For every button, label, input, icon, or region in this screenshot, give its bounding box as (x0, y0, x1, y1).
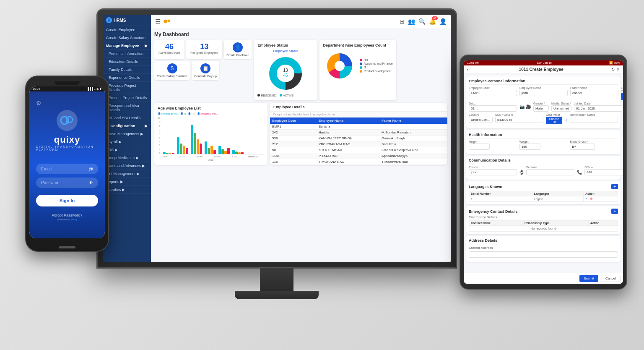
health-section: Health Information Height Weight (466, 130, 621, 154)
form-buttons: Submit Cancel (464, 273, 623, 284)
cancel-button[interactable]: Cancel (601, 275, 621, 282)
tablet-back-btn[interactable]: ‹ (467, 67, 468, 72)
sidebar-item-family[interactable]: Family Details (103, 66, 151, 74)
phone-logo-icon (57, 110, 78, 131)
phone-password-input[interactable]: Password 👁 (36, 178, 98, 188)
sidebar-item-tds[interactable]: TDS ▶ (103, 146, 151, 154)
sidebar-item-pf[interactable]: PF and ESI Details (103, 114, 151, 122)
add-language-btn[interactable]: + (611, 184, 618, 189)
emp-status-donut: 13 46 (257, 55, 314, 92)
ssn-label: SSN / Govt Id (495, 113, 543, 116)
marital-select[interactable]: Unmarried Married (551, 105, 571, 112)
id-marks-input[interactable] (570, 117, 618, 123)
joining-input[interactable] (574, 105, 622, 112)
sidebar-item-reports[interactable]: Reports ▶ (103, 178, 151, 186)
bar-it-gt25 (221, 149, 224, 154)
sidebar-item-experience[interactable]: Experience Details (103, 74, 151, 82)
sidebar-item-config[interactable]: ⚙ Configuration ▶ (103, 122, 151, 130)
phone-email-input[interactable]: Email @ (36, 164, 98, 174)
apps-icon[interactable]: ⊞ (400, 18, 405, 25)
personal-ph-input[interactable] (526, 169, 574, 175)
ssn-input[interactable] (495, 117, 543, 123)
govt-proof-upload: Choose File 📄 (546, 117, 567, 124)
blood-select[interactable]: B+A+O+ (570, 144, 595, 150)
dob-input[interactable] (469, 105, 517, 112)
sidebar-item-present-project[interactable]: Present Project Details (103, 94, 151, 102)
svg-text:46: 46 (283, 73, 288, 78)
sidebar-item-passport[interactable]: Passport and Visa Details (103, 102, 151, 114)
bar-group-0-9 (163, 152, 174, 154)
languages-title: Languages Known (469, 185, 502, 189)
user-avatar-icon[interactable]: 👤 (439, 18, 447, 25)
sidebar-item-education[interactable]: Education Details (103, 58, 151, 66)
notification-icon[interactable]: 🔔 41 (429, 18, 436, 25)
bar-product-0-9 (163, 152, 166, 154)
create-salary-card[interactable]: $ Create Salary Structure (154, 61, 190, 80)
sidebar-item-exit[interactable]: Exit Management ▶ (103, 170, 151, 178)
create-employee-card[interactable]: 👤 Create Employee (224, 40, 252, 59)
sidebar-item-activities[interactable]: Activities ▶ (103, 186, 151, 194)
tablet-close-icon[interactable]: ✕ (616, 67, 620, 72)
search-icon[interactable]: 🔍 (418, 18, 426, 25)
quixy-logo (163, 17, 172, 26)
forgot-password-link[interactable]: Forgot Password? (52, 213, 82, 217)
sidebar-item-manage-employee[interactable]: Manage Employee ▶ (103, 42, 151, 50)
address-fields (469, 251, 618, 258)
edit-lang-btn[interactable]: ✎ (585, 197, 588, 200)
bar-product-above55 (232, 150, 235, 154)
official-ph-input[interactable] (584, 169, 623, 175)
tablet-refresh-icon[interactable]: ↻ (611, 67, 615, 72)
emp-code-input[interactable] (469, 90, 517, 96)
sidebar-item-payroll[interactable]: Payroll ▶ (103, 138, 151, 146)
choose-file-btn[interactable]: Choose File (621, 93, 623, 100)
country-select[interactable]: United Stat... (469, 117, 493, 123)
phone-app-content: ⚙ quixy DIGITAL TRANSFORMATION PLATFORM … (29, 91, 105, 238)
desktop-monitor: 👤 HRMS Create Employee Create Salary Str… (96, 8, 457, 311)
sidebar-item-personal[interactable]: Personal Information (103, 50, 151, 58)
choose-govt-file-btn[interactable]: Choose File (546, 117, 562, 124)
gender-select[interactable]: Male Female (533, 105, 549, 112)
col-name: Employee Name (317, 118, 379, 124)
phone-icon: 📞 (577, 166, 582, 175)
tablet-device: 10:01 AM Sun Jun 16 📶 80% ‹ 1011 Create … (460, 55, 627, 290)
hamburger-icon[interactable]: ☰ (155, 18, 161, 25)
sidebar-item-mediclaim[interactable]: Group Mediclaim ▶ (103, 154, 151, 162)
settings-icon[interactable]: ⚙ (36, 100, 42, 107)
submit-button[interactable]: Submit (579, 275, 598, 282)
sidebar-item-loans[interactable]: Loans and Advances ▶ (103, 162, 151, 170)
add-emergency-btn[interactable]: + (611, 209, 618, 214)
address-input-1[interactable] (469, 251, 618, 258)
emp-photo-group: Employee Photo Choose File 📄 (621, 86, 623, 100)
height-input[interactable] (469, 144, 490, 150)
x-axis-labels: 0-925-3535-4545-55> 25above 55 (158, 155, 264, 158)
phone-home-button[interactable] (59, 246, 75, 248)
person-input[interactable] (469, 169, 517, 175)
sidebar-item-create-employee[interactable]: Create Employee (103, 26, 151, 34)
tablet-frame: 10:01 AM Sun Jun 16 📶 80% ‹ 1011 Create … (460, 55, 627, 290)
official-ph-group: Official... (584, 166, 623, 175)
sidebar-item-prev-project[interactable]: Previous Project Details (103, 82, 151, 94)
govt-proof-group: Govt Proof Choose File 📄 (546, 113, 567, 124)
sidebar-item-create-salary[interactable]: Create Salary Structure (103, 34, 151, 42)
emp-name-input[interactable] (519, 90, 568, 96)
joining-group: Joining Date (574, 102, 622, 112)
row-country-fields: Country United Stat... SSN / Govt Id Go (469, 113, 618, 124)
camera-icon[interactable]: 📷 (519, 104, 525, 109)
video-icon[interactable]: 🎥 (526, 104, 531, 109)
email-icon: @ (89, 167, 93, 171)
payslip-card[interactable]: 📋 Generate Payslip (192, 61, 219, 80)
users-icon[interactable]: 👥 (408, 18, 415, 25)
emergency-table: Contact Name Relationship Type Action No… (469, 220, 618, 232)
age-chart-legend: 👤 Product devel... 👤 IT 👤 HR 👤 Accounts … (158, 112, 264, 115)
bar-acc-45-55 (213, 150, 216, 154)
bar-hr-0-9 (169, 153, 171, 154)
delete-lang-btn[interactable]: 🗑 (590, 197, 593, 200)
comm-title: Communication Details (469, 158, 618, 164)
bar-hr-25-35 (183, 146, 185, 154)
sidebar-item-leave[interactable]: Leave Management ▶ (103, 130, 151, 138)
sign-in-button[interactable]: Sign In (36, 195, 98, 206)
father-name-input[interactable] (570, 90, 618, 96)
emp-code-label: Employee Code (469, 86, 517, 89)
weight-input[interactable] (519, 144, 540, 150)
tablet-status-bar: 10:01 AM Sun Jun 16 📶 80% (464, 60, 623, 65)
